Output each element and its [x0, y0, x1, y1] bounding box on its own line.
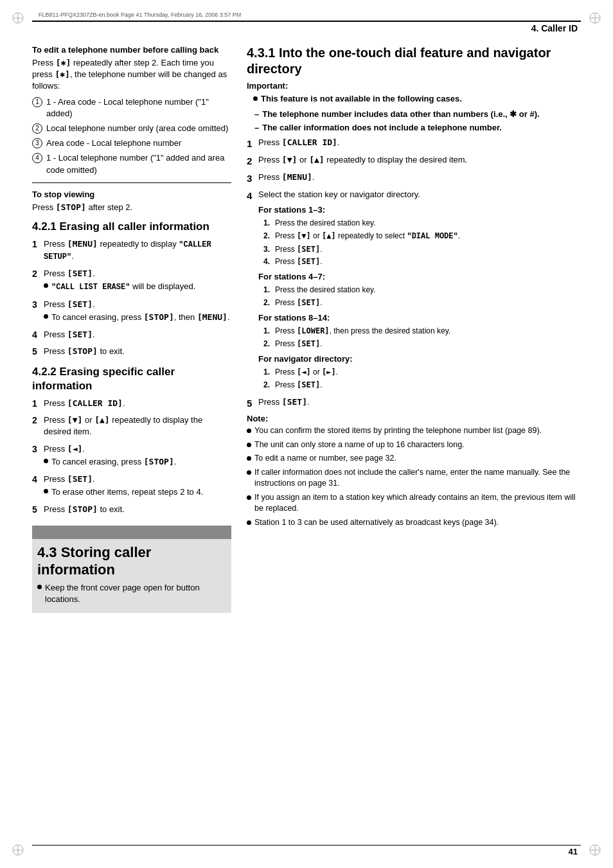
- step-item: 4 Press [SET].: [32, 329, 231, 342]
- for-stations-4-7-label: For stations 4–7:: [258, 271, 581, 283]
- left-column: To edit a telephone number before callin…: [32, 45, 231, 829]
- s422-title: 4.2.2 Erasing specific caller informatio…: [32, 365, 231, 393]
- bullet-icon: [44, 283, 48, 288]
- sub-step: 3. Press [SET].: [263, 244, 581, 255]
- note-item: To edit a name or number, see page 32.: [247, 453, 581, 465]
- note-item: If caller information does not include t…: [247, 467, 581, 490]
- file-info: FLB811-PFQX2307ZB-en.book Page 41 Thursd…: [0, 6, 613, 18]
- edit-body: Press [✱] repeatedly after step 2. Each …: [32, 57, 231, 93]
- note-item: Station 1 to 3 can be used alternatively…: [247, 517, 581, 529]
- s422-steps: 1 Press [CALLER ID]. 2 Press [▼] or [▲] …: [32, 398, 231, 517]
- page-footer: 41: [0, 845, 613, 856]
- s43-box: 4.3 Storing caller information Keep the …: [32, 539, 231, 612]
- circle-list-item: 2 Local telephone number only (area code…: [32, 123, 231, 134]
- edit-heading: To edit a telephone number before callin…: [32, 45, 231, 55]
- step-item: 4 Press [SET]. To erase other items, rep…: [32, 474, 231, 500]
- circle-list-item: 3 Area code - Local telephone number: [32, 137, 231, 149]
- s421-title: 4.2.1 Erasing all caller information: [32, 220, 231, 233]
- section-rule-1: [32, 182, 231, 183]
- circle-list-item: 4 1 - Local telephone number ("1" added …: [32, 152, 231, 175]
- sub-dash-list: – The telephone number includes data oth…: [254, 109, 581, 134]
- circle-list-item: 1 1 - Area code - Local telephone number…: [32, 96, 231, 120]
- important-label: Important:: [247, 81, 581, 91]
- step-item: 2 Press [▼] or [▲] repeatedly to display…: [32, 414, 231, 439]
- sub-step: 1. Press the desired station key.: [263, 218, 581, 229]
- bullet-icon: [247, 470, 251, 475]
- step-item: 1 Press [CALLER ID].: [247, 137, 581, 150]
- content-area: To edit a telephone number before callin…: [32, 45, 581, 829]
- step-item-5: 5 Press [SET].: [247, 396, 581, 410]
- step-item: 5 Press [STOP] to exit.: [32, 504, 231, 517]
- bullet-icon: [44, 314, 48, 319]
- s43-title: 4.3 Storing caller information: [37, 544, 226, 578]
- sub-step: 1. Press the desired station key.: [263, 285, 581, 296]
- bullet-icon: [247, 429, 251, 433]
- bullet-icon: [44, 459, 48, 463]
- header-rule: [32, 21, 581, 22]
- bullet-icon: [247, 443, 251, 447]
- step-item: 5 Press [STOP] to exit.: [32, 346, 231, 359]
- note-label: Note:: [247, 414, 581, 423]
- sub-step: 1. Press [LOWER], then press the desired…: [263, 326, 581, 337]
- circle-num-3: 3: [32, 138, 42, 148]
- page-header: FLB811-PFQX2307ZB-en.book Page 41 Thursd…: [0, 6, 613, 33]
- circle-num-2: 2: [32, 123, 42, 134]
- note-bullets: You can confirm the stored items by prin…: [247, 425, 581, 528]
- s431-title: 4.3.1 Into the one-touch dial feature an…: [247, 45, 581, 77]
- bullet-icon: [44, 489, 48, 493]
- important-bullets: This feature is not available in the fol…: [253, 93, 581, 105]
- sub-step: 2. Press [SET].: [263, 380, 581, 391]
- stop-heading: To stop viewing: [32, 190, 231, 199]
- sub-step: 2. Press [SET].: [263, 297, 581, 308]
- bullet-icon: [253, 96, 258, 101]
- footer-rule: [32, 845, 581, 846]
- s431-steps: 1 Press [CALLER ID]. 2 Press [▼] or [▲] …: [247, 137, 581, 411]
- page-number: 41: [0, 847, 613, 856]
- for-navigator-label: For navigator directory:: [258, 353, 581, 365]
- sub-step: 1. Press [◄] or [►].: [263, 367, 581, 378]
- sub-steps-4-7: 1. Press the desired station key. 2. Pre…: [263, 285, 581, 308]
- bullet-icon: [247, 520, 251, 525]
- sub-step: 2. Press [▼] or [▲] repeatedly to select…: [263, 231, 581, 242]
- step-item: 1 Press [CALLER ID].: [32, 398, 231, 411]
- sub-step: 2. Press [SET].: [263, 339, 581, 350]
- bullet-icon: [37, 585, 42, 589]
- for-stations-1-3-label: For stations 1–3:: [258, 204, 581, 216]
- for-stations-8-14-label: For stations 8–14:: [258, 312, 581, 324]
- step-item: 3 Press [SET]. To cancel erasing, press …: [32, 299, 231, 325]
- circle-num-1: 1: [32, 97, 42, 107]
- step-item: 2 Press [▼] or [▲] repeatedly to display…: [247, 154, 581, 168]
- step-item: 4 Select the station key or navigator di…: [247, 189, 581, 393]
- s43-banner: [32, 526, 231, 539]
- bullet-icon: [247, 456, 251, 461]
- important-bullet-item: This feature is not available in the fol…: [253, 93, 581, 105]
- sub-steps-navigator: 1. Press [◄] or [►]. 2. Press [SET].: [263, 367, 581, 391]
- sub-steps-8-14: 1. Press [LOWER], then press the desired…: [263, 326, 581, 350]
- s43-body: Keep the front cover page open for butto…: [45, 582, 226, 605]
- bullet-icon: [247, 495, 251, 500]
- stop-body: Press [STOP] after step 2.: [32, 202, 231, 213]
- note-item: The unit can only store a name of up to …: [247, 439, 581, 451]
- right-column: 4.3.1 Into the one-touch dial feature an…: [247, 45, 581, 829]
- note-item: You can confirm the stored items by prin…: [247, 425, 581, 437]
- chapter-title: 4. Caller ID: [0, 23, 613, 33]
- s421-steps: 1 Press [MENU] repeatedly to display "CA…: [32, 238, 231, 359]
- note-item: If you assign an item to a station key w…: [247, 492, 581, 515]
- step-item: 1 Press [MENU] repeatedly to display "CA…: [32, 238, 231, 264]
- step-item: 2 Press [SET]. "CALL LIST ERASE" will be…: [32, 268, 231, 295]
- circle-list: 1 1 - Area code - Local telephone number…: [32, 96, 231, 176]
- s43-section: 4.3 Storing caller information Keep the …: [32, 526, 231, 612]
- sub-dash-item: – The caller information does not includ…: [254, 122, 581, 134]
- step-item: 3 Press [MENU].: [247, 172, 581, 185]
- sub-dash-item: – The telephone number includes data oth…: [254, 109, 581, 120]
- circle-num-4: 4: [32, 153, 42, 163]
- step-item: 3 Press [◄]. To cancel erasing, press [S…: [32, 443, 231, 470]
- page: FLB811-PFQX2307ZB-en.book Page 41 Thursd…: [0, 0, 613, 868]
- sub-steps-1-3: 1. Press the desired station key. 2. Pre…: [263, 218, 581, 267]
- sub-step: 4. Press [SET].: [263, 256, 581, 267]
